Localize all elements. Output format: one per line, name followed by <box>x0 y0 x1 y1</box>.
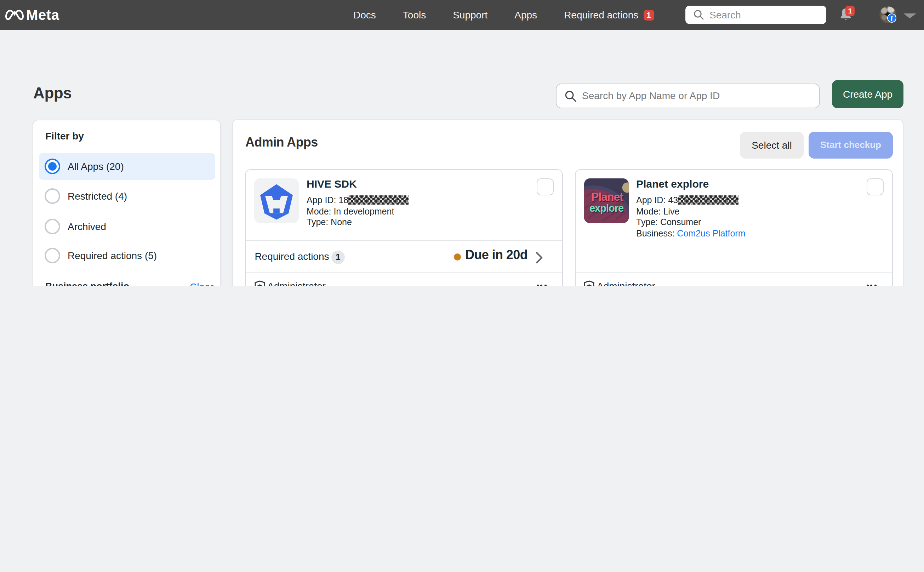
svg-text:explore: explore <box>589 202 624 214</box>
svg-text:Planet: Planet <box>591 190 623 203</box>
